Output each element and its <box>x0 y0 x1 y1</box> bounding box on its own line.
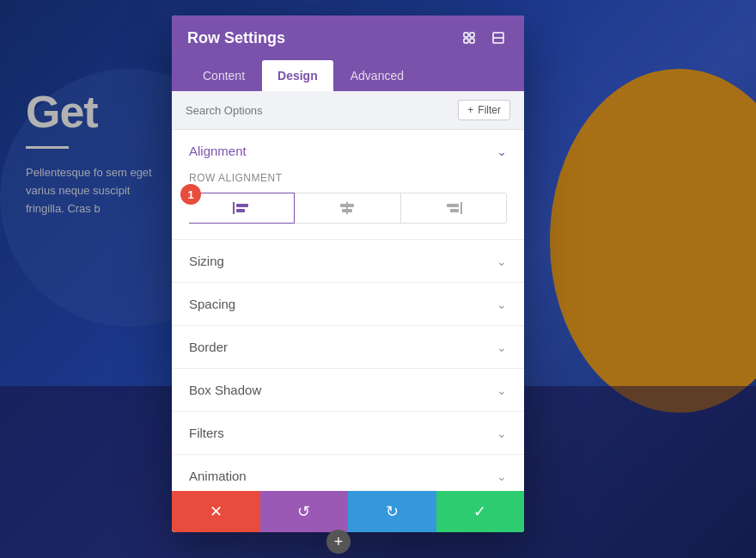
plus-button[interactable]: + <box>326 530 351 554</box>
align-left-icon <box>232 200 251 216</box>
search-bar: + Filter <box>172 91 524 130</box>
alignment-buttons: 1 <box>189 193 507 224</box>
fullscreen-icon[interactable] <box>459 28 479 48</box>
svg-rect-10 <box>340 204 354 207</box>
svg-rect-6 <box>233 202 235 214</box>
section-filters-title: Filters <box>189 426 224 440</box>
section-animation-title: Animation <box>189 469 247 483</box>
action-bar: ✕ ↺ ↻ ✓ <box>172 491 524 532</box>
chevron-down-icon-2: ⌄ <box>497 297 507 311</box>
filter-label: Filter <box>478 104 501 116</box>
collapse-icon[interactable] <box>488 28 509 48</box>
section-spacing-header[interactable]: Spacing ⌄ <box>172 283 524 325</box>
svg-rect-13 <box>447 204 459 207</box>
section-box-shadow: Box Shadow ⌄ <box>172 369 524 412</box>
cancel-button[interactable]: ✕ <box>172 491 260 532</box>
modal-tabs: Content Design Advanced <box>172 60 524 91</box>
section-alignment: Alignment ⌃ Row Alignment 1 <box>172 130 524 240</box>
filter-button[interactable]: + Filter <box>458 100 510 120</box>
align-right-button[interactable] <box>401 193 507 224</box>
svg-rect-12 <box>460 202 462 214</box>
step-badge: 1 <box>180 184 201 205</box>
section-border: Border ⌄ <box>172 326 524 369</box>
chevron-down-icon-4: ⌄ <box>497 383 507 397</box>
section-box-shadow-header[interactable]: Box Shadow ⌄ <box>172 369 524 411</box>
modal-header: Row Settings <box>172 15 524 60</box>
section-alignment-content: Row Alignment 1 <box>172 172 524 239</box>
align-center-button[interactable] <box>295 193 400 224</box>
save-button[interactable]: ✓ <box>436 491 525 532</box>
chevron-down-icon-3: ⌄ <box>497 340 507 354</box>
svg-rect-8 <box>236 209 245 212</box>
row-settings-modal: Row Settings Content Design Advanced <box>172 15 524 532</box>
section-sizing: Sizing ⌄ <box>172 240 524 283</box>
section-alignment-header[interactable]: Alignment ⌃ <box>172 130 524 172</box>
section-border-title: Border <box>189 340 228 354</box>
chevron-down-icon-6: ⌄ <box>497 469 507 483</box>
align-left-button[interactable] <box>189 193 295 224</box>
svg-rect-11 <box>342 209 352 212</box>
section-spacing: Spacing ⌄ <box>172 283 524 326</box>
section-box-shadow-title: Box Shadow <box>189 383 261 397</box>
filter-plus-icon: + <box>467 104 473 116</box>
section-border-header[interactable]: Border ⌄ <box>172 326 524 368</box>
chevron-down-icon: ⌄ <box>497 254 507 268</box>
section-sizing-title: Sizing <box>189 254 224 268</box>
modal-body: Alignment ⌃ Row Alignment 1 <box>172 130 524 498</box>
svg-rect-14 <box>450 209 459 212</box>
section-alignment-title: Alignment <box>189 144 247 158</box>
redo-button[interactable]: ↻ <box>348 491 436 532</box>
align-right-icon <box>444 200 463 216</box>
row-alignment-label: Row Alignment <box>189 172 507 184</box>
section-filters-header[interactable]: Filters ⌄ <box>172 412 524 454</box>
tab-design[interactable]: Design <box>262 60 333 91</box>
header-icons <box>459 28 509 48</box>
search-input[interactable] <box>186 104 458 117</box>
chevron-down-icon-5: ⌄ <box>497 426 507 440</box>
tab-content[interactable]: Content <box>187 60 260 91</box>
tab-advanced[interactable]: Advanced <box>335 60 419 91</box>
svg-rect-2 <box>464 39 468 43</box>
align-center-icon <box>338 200 357 216</box>
svg-rect-1 <box>470 33 474 37</box>
undo-button[interactable]: ↺ <box>260 491 349 532</box>
section-sizing-header[interactable]: Sizing ⌄ <box>172 240 524 282</box>
chevron-up-icon: ⌃ <box>497 144 507 158</box>
section-spacing-title: Spacing <box>189 297 235 311</box>
svg-rect-0 <box>464 33 468 37</box>
svg-rect-7 <box>236 204 248 207</box>
modal-title: Row Settings <box>187 29 285 47</box>
svg-rect-3 <box>470 39 474 43</box>
section-filters: Filters ⌄ <box>172 412 524 455</box>
